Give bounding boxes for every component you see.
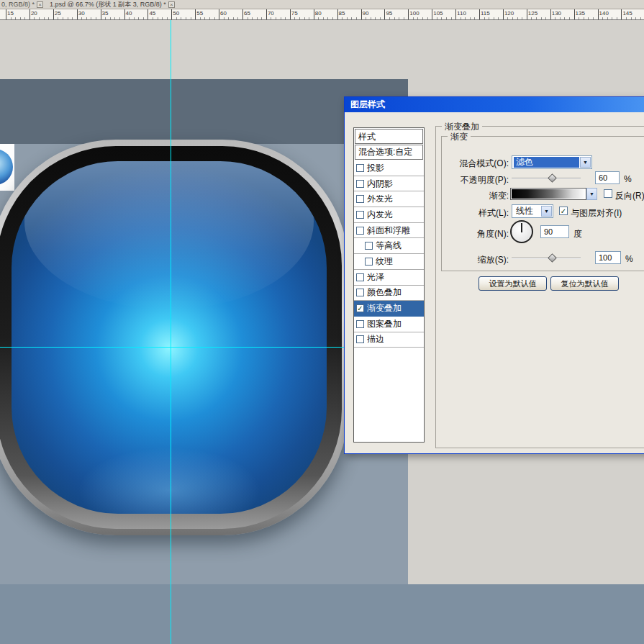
style-effect-checkbox[interactable] bbox=[356, 320, 364, 328]
dialog-titlebar[interactable]: 图层样式 bbox=[345, 97, 644, 112]
ruler-minor-tick bbox=[200, 17, 201, 19]
scale-label: 缩放(S): bbox=[432, 254, 509, 266]
ruler-tick-label: 55 bbox=[196, 10, 203, 17]
scale-slider[interactable] bbox=[512, 254, 581, 263]
opacity-slider-thumb[interactable] bbox=[548, 173, 557, 183]
ruler-minor-tick bbox=[105, 17, 106, 19]
ruler-tick bbox=[195, 9, 196, 19]
scale-unit: % bbox=[625, 254, 633, 264]
scale-input[interactable]: 100 bbox=[595, 251, 621, 264]
align-with-layer-checkbox[interactable]: ✓ bbox=[559, 207, 568, 215]
document-tab-2[interactable]: 1.psd @ 66.7% (形状 1 副本 3, RGB/8) * × bbox=[48, 0, 180, 9]
document-tabbar: 0, RGB/8) * × 1.psd @ 66.7% (形状 1 副本 3, … bbox=[0, 0, 644, 9]
ruler-tick-label: 110 bbox=[457, 10, 466, 17]
ruler-minor-tick bbox=[413, 17, 414, 19]
document-tab-1[interactable]: 0, RGB/8) * × bbox=[0, 0, 48, 9]
style-effect-label: 纹理 bbox=[376, 255, 393, 268]
style-effect-label: 混合选项:自定 bbox=[358, 146, 412, 158]
chevron-down-icon[interactable]: ▼ bbox=[580, 157, 591, 168]
style-effect-checkbox[interactable] bbox=[356, 227, 364, 235]
gradient-group-title: 渐变 bbox=[448, 131, 471, 143]
scale-slider-thumb[interactable] bbox=[548, 253, 557, 263]
opacity-unit: % bbox=[624, 174, 632, 184]
ruler-minor-tick bbox=[461, 17, 461, 19]
style-item-外发光[interactable]: 外发光 bbox=[354, 191, 424, 207]
style-item-纹理[interactable]: 纹理 bbox=[354, 254, 424, 270]
gradient-picker-arrow-icon[interactable]: ▼ bbox=[586, 188, 597, 200]
style-item-描边[interactable]: 描边 bbox=[354, 332, 424, 348]
horizontal-ruler[interactable]: 1520253035404550556065707580859095100105… bbox=[0, 9, 644, 20]
ruler-minor-tick bbox=[584, 17, 584, 19]
style-item-内阴影[interactable]: 内阴影 bbox=[354, 176, 424, 192]
style-effect-checkbox[interactable] bbox=[356, 211, 364, 219]
style-effect-checkbox[interactable] bbox=[356, 195, 364, 203]
ruler-tick bbox=[455, 9, 456, 19]
gradient-label: 渐变: bbox=[432, 190, 509, 202]
style-effect-label: 斜面和浮雕 bbox=[367, 225, 410, 237]
button-blue-face bbox=[12, 161, 327, 514]
style-item-内发光[interactable]: 内发光 bbox=[354, 207, 424, 223]
style-item-等高线[interactable]: 等高线 bbox=[354, 238, 424, 254]
style-item-光泽[interactable]: 光泽 bbox=[354, 270, 424, 286]
style-item-斜面和浮雕[interactable]: 斜面和浮雕 bbox=[354, 223, 424, 239]
ruler-minor-tick bbox=[186, 17, 186, 19]
close-icon[interactable]: × bbox=[37, 1, 43, 8]
ruler-minor-tick bbox=[451, 17, 452, 19]
style-effect-checkbox[interactable] bbox=[356, 180, 364, 188]
ruler-tick bbox=[266, 9, 267, 19]
ruler-minor-tick bbox=[465, 17, 466, 19]
ruler-minor-tick bbox=[257, 17, 258, 19]
style-effect-checkbox[interactable] bbox=[365, 242, 373, 250]
ruler-minor-tick bbox=[158, 17, 158, 19]
ruler-minor-tick bbox=[209, 17, 210, 19]
ruler-tick-label: 65 bbox=[244, 10, 250, 17]
chevron-down-icon[interactable]: ▼ bbox=[541, 206, 552, 217]
style-item-混合选项:自定[interactable]: 混合选项:自定 bbox=[355, 145, 423, 160]
gradient-preview[interactable] bbox=[510, 188, 586, 200]
style-item-图案叠加[interactable]: 图案叠加 bbox=[354, 317, 424, 332]
reverse-checkbox[interactable] bbox=[604, 189, 612, 198]
ruler-minor-tick bbox=[285, 17, 286, 19]
style-effect-checkbox[interactable] bbox=[356, 335, 364, 343]
ruler-minor-tick bbox=[237, 17, 238, 19]
angle-input[interactable]: 90 bbox=[540, 225, 569, 238]
ruler-minor-tick bbox=[228, 17, 229, 19]
ruler-tick bbox=[432, 9, 432, 19]
align-with-layer-label: 与图层对齐(I) bbox=[571, 207, 622, 219]
canvas-bottom-band bbox=[0, 584, 644, 644]
guide-vertical[interactable] bbox=[171, 20, 171, 644]
ruler-minor-tick bbox=[342, 17, 343, 19]
blend-mode-label: 混合模式(O): bbox=[432, 158, 509, 170]
angle-dial[interactable] bbox=[510, 220, 533, 243]
style-effect-checkbox[interactable] bbox=[365, 258, 373, 266]
ruler-minor-tick bbox=[119, 17, 120, 19]
style-effect-checkbox[interactable] bbox=[356, 289, 364, 296]
opacity-input[interactable]: 60 bbox=[595, 171, 620, 184]
style-dropdown[interactable]: 线性 ▼ bbox=[512, 204, 553, 218]
ruler-minor-tick bbox=[351, 17, 352, 19]
opacity-slider[interactable] bbox=[512, 174, 581, 183]
ruler-minor-tick bbox=[612, 17, 612, 19]
ruler-minor-tick bbox=[24, 17, 25, 19]
scale-slider-track bbox=[512, 258, 581, 259]
ruler-tick-label: 50 bbox=[173, 10, 179, 17]
ruler-minor-tick bbox=[261, 17, 262, 19]
ruler-tick bbox=[124, 9, 125, 19]
style-item-颜色叠加[interactable]: 颜色叠加 bbox=[354, 286, 424, 301]
blend-mode-dropdown[interactable]: 滤色 ▼ bbox=[512, 155, 592, 169]
layer-style-dialog: 图层样式 样式 混合选项:自定投影内阴影外发光内发光斜面和浮雕等高线纹理光泽颜色… bbox=[344, 96, 644, 454]
style-item-渐变叠加[interactable]: ✓渐变叠加 bbox=[354, 301, 424, 317]
close-icon[interactable]: × bbox=[168, 1, 175, 8]
style-effect-checkbox[interactable] bbox=[356, 273, 364, 281]
reset-default-button[interactable]: 复位为默认值 bbox=[550, 276, 619, 291]
style-effect-checkbox[interactable] bbox=[356, 164, 364, 172]
style-item-投影[interactable]: 投影 bbox=[354, 160, 424, 176]
ruler-minor-tick bbox=[531, 17, 532, 19]
ruler-tick-label: 30 bbox=[78, 10, 85, 17]
style-effect-checkbox[interactable]: ✓ bbox=[356, 304, 364, 312]
style-effect-label: 等高线 bbox=[376, 240, 402, 252]
style-effect-label: 光泽 bbox=[367, 271, 384, 284]
ruler-minor-tick bbox=[11, 17, 12, 19]
set-default-button[interactable]: 设置为默认值 bbox=[479, 276, 547, 291]
ruler-tick-label: 75 bbox=[291, 10, 298, 17]
